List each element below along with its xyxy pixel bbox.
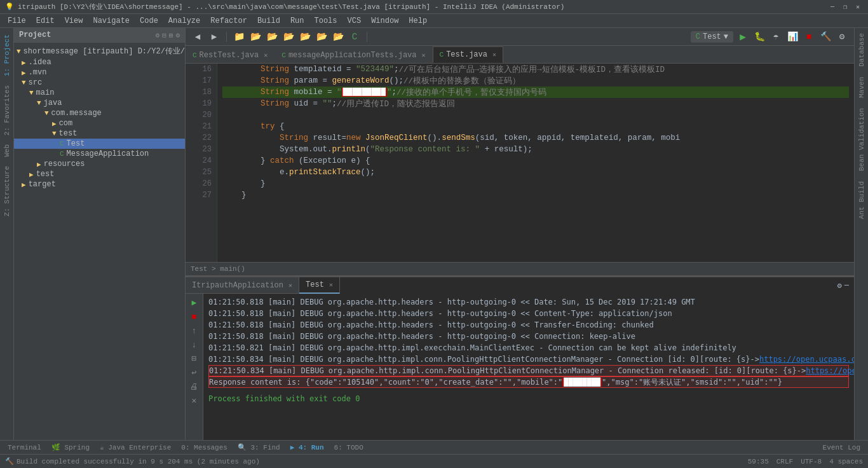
close-button[interactable]: ✕: [853, 2, 863, 12]
sidebar-settings-icon[interactable]: ⚙: [156, 31, 160, 39]
run-tab[interactable]: ▶ 4: Run: [285, 443, 329, 451]
tree-java[interactable]: ▼ java: [14, 98, 185, 108]
tree-messageapp[interactable]: C MessageApplication: [14, 149, 185, 159]
tree-src[interactable]: ▼ src: [14, 78, 185, 88]
menu-analyze[interactable]: Analyze: [163, 15, 205, 27]
bottom-minimize-icon[interactable]: —: [844, 281, 849, 290]
link-ucpaas-1[interactable]: https://open.ucpaas.com:443: [759, 355, 854, 364]
favorites-panel-button[interactable]: 2: Favorites: [2, 81, 12, 139]
tree-messageapp-label: MessageApplication: [67, 149, 149, 158]
maximize-button[interactable]: ❐: [840, 2, 850, 12]
tab-resttest[interactable]: C RestTest.java ✕: [186, 46, 275, 63]
test-folder-icon[interactable]: 📂: [331, 30, 345, 44]
run-config-dropdown-icon: ▼: [724, 32, 728, 41]
minimize-button[interactable]: —: [827, 2, 837, 12]
run-stop-button[interactable]: ■: [188, 310, 201, 323]
tab-test[interactable]: C Test.java ✕: [433, 46, 503, 63]
run-wrap-button[interactable]: ↩: [188, 366, 201, 379]
forward-button[interactable]: ▶: [207, 30, 221, 44]
java-folder-icon[interactable]: 📂: [281, 30, 295, 44]
spring-tab[interactable]: 🌿 Spring: [46, 443, 95, 451]
tree-main[interactable]: ▼ main: [14, 88, 185, 98]
rebuild-button[interactable]: ⚙: [835, 30, 849, 44]
sidebar-expand-icon[interactable]: ⊞: [169, 31, 173, 39]
left-vertical-panel: 1: Project 2: Favorites Web Z: Structure: [0, 28, 14, 454]
tree-idea[interactable]: ▶ .idea: [14, 57, 185, 67]
database-tool-button[interactable]: Database: [855, 28, 868, 72]
tree-mvn[interactable]: ▶ .mvn: [14, 67, 185, 78]
tree-com[interactable]: ▶ com: [14, 118, 185, 128]
src-icon[interactable]: 📂: [248, 30, 262, 44]
run-print-button[interactable]: 🖨: [188, 380, 201, 393]
menu-file[interactable]: File: [3, 15, 31, 27]
tab-test-label: Test.java: [446, 50, 487, 59]
com-icon[interactable]: 📂: [298, 30, 312, 44]
terminal-tab[interactable]: Terminal: [3, 444, 46, 451]
run-config-selector[interactable]: C Test ▼: [691, 31, 733, 43]
stop-button[interactable]: ■: [802, 30, 816, 44]
event-log-tab[interactable]: Event Log: [818, 444, 865, 451]
java-enterprise-tab[interactable]: ☕ Java Enterprise: [95, 443, 176, 451]
project-icon[interactable]: 📁: [232, 30, 246, 44]
menu-navigate[interactable]: Navigate: [88, 15, 135, 27]
structure-panel-button[interactable]: Z: Structure: [2, 162, 12, 220]
ant-build-tool-button[interactable]: Ant Build: [855, 176, 868, 224]
tree-target[interactable]: ▶ target: [14, 179, 185, 189]
debug-button[interactable]: 🐛: [752, 30, 766, 44]
run-filter-button[interactable]: ⊟: [188, 352, 201, 365]
sidebar-layout-icon[interactable]: ⊟: [162, 31, 166, 39]
console-line-3: 01:21:50.818 [main] DEBUG org.apache.htt…: [208, 319, 849, 331]
tree-test-src[interactable]: ▶ test: [14, 169, 185, 179]
tab-messageapptests-close[interactable]: ✕: [422, 52, 426, 59]
build-button[interactable]: 🔨: [818, 30, 832, 44]
link-ucpaas-2[interactable]: https://open.ucpaas.com:44: [806, 366, 854, 375]
coverage-button[interactable]: ☂: [769, 30, 783, 44]
sidebar-gear-icon[interactable]: ⚙: [175, 31, 180, 39]
tree-resources[interactable]: ▶ resources: [14, 159, 185, 169]
run-scroll-up[interactable]: ↑: [188, 324, 201, 337]
maven-tool-button[interactable]: Maven: [855, 72, 868, 103]
menu-build[interactable]: Build: [252, 15, 285, 27]
tab-itripauthapp[interactable]: ItripauthApplication ✕: [186, 277, 299, 294]
run-close-button[interactable]: ✕: [188, 394, 201, 407]
tab-messageapptests[interactable]: C messageApplicationTests.java ✕: [275, 46, 432, 63]
menu-tools[interactable]: Tools: [309, 15, 342, 27]
main-icon[interactable]: 📂: [265, 30, 279, 44]
back-button[interactable]: ◀: [191, 30, 205, 44]
menu-run[interactable]: Run: [285, 15, 309, 27]
project-panel-button[interactable]: 1: Project: [2, 31, 12, 80]
tab-test-run-close[interactable]: ✕: [329, 281, 333, 289]
tree-main-icon: ▼: [29, 89, 34, 97]
tree-test-folder[interactable]: ▼ test: [14, 128, 185, 139]
code-content[interactable]: String templateid = "523449";//可在后台短信产品→…: [217, 64, 854, 262]
tree-commessage[interactable]: ▼ com.message: [14, 108, 185, 118]
run-scroll-down[interactable]: ↓: [188, 338, 201, 351]
bottom-settings-icon[interactable]: ⚙: [837, 281, 842, 291]
tree-root[interactable]: ▼ shortmessage [itripauth] D:/Y2/传业/IDEA: [14, 45, 185, 57]
window-controls[interactable]: — ❐ ✕: [827, 2, 863, 12]
menu-vcs[interactable]: VCS: [342, 15, 367, 27]
menu-refactor[interactable]: Refactor: [205, 15, 252, 27]
tab-test-close[interactable]: ✕: [492, 51, 496, 59]
menu-window[interactable]: Window: [366, 15, 403, 27]
menu-view[interactable]: View: [60, 15, 88, 27]
run-rerun-button[interactable]: ▶: [188, 296, 201, 309]
bean-validation-tool-button[interactable]: Bean Validation: [855, 103, 868, 176]
run-button[interactable]: ▶: [736, 30, 750, 44]
build-status-text: Build completed successfully in 9 s 204 …: [17, 458, 260, 465]
tree-test-folder-label: test: [59, 129, 78, 138]
tree-test-java[interactable]: C Test: [14, 139, 185, 149]
tab-test-run[interactable]: Test ✕: [299, 277, 340, 294]
tab-resttest-close[interactable]: ✕: [264, 52, 268, 59]
find-tab[interactable]: 🔍 3: Find: [233, 443, 285, 451]
tab-itripauthapp-close[interactable]: ✕: [288, 282, 292, 289]
menu-edit[interactable]: Edit: [31, 15, 60, 27]
web-panel-button[interactable]: Web: [2, 141, 12, 161]
message-icon[interactable]: 📂: [315, 30, 329, 44]
menu-code[interactable]: Code: [135, 15, 163, 27]
profile-button[interactable]: 📊: [785, 30, 799, 44]
test-java-nav-icon[interactable]: C: [348, 30, 362, 44]
messages-tab[interactable]: 0: Messages: [176, 444, 233, 451]
menu-help[interactable]: Help: [403, 15, 432, 27]
todo-tab[interactable]: 6: TODO: [329, 444, 369, 451]
